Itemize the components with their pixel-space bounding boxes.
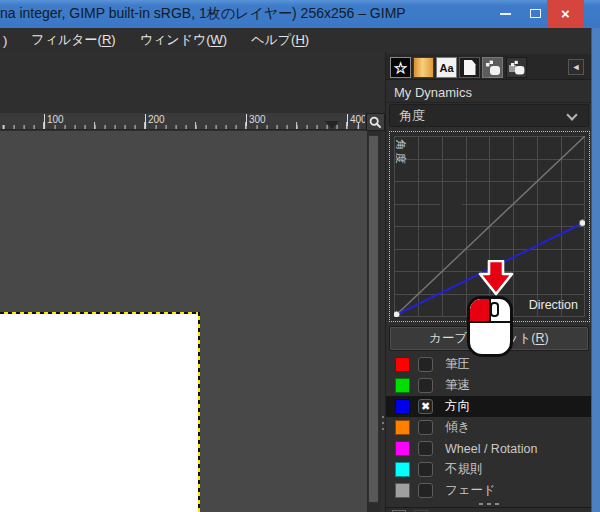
list-item-fade[interactable]: フェード [386,480,592,501]
tab-menu-button[interactable]: ◄ [568,59,584,75]
ruler-pointer-marker [325,121,339,129]
pane-resize-grip[interactable] [382,416,384,434]
ruler-label-100: 100 [44,114,64,126]
color-swatch [395,462,410,477]
list-item-velocity[interactable]: 筆速 [386,375,592,396]
collapse-arrow-icon: ◄ [572,62,581,72]
dropdown-value: 角度 [399,107,425,125]
list-item-label: 傾き [445,419,470,436]
menu-item-truncated[interactable]: ) [3,33,7,48]
magnifier-icon [369,116,382,129]
menu-item-windows[interactable]: ウィンドウ(W) [140,31,227,49]
tab-dynamics-selected[interactable] [482,57,503,78]
checkbox-checked[interactable]: ✖ [418,399,433,414]
checkbox[interactable] [418,357,433,372]
minimize-button[interactable] [492,0,518,27]
layer-boundary-right [198,312,200,512]
ruler-label-400: 400 [347,114,365,126]
curve-axis-label: 角度 [393,140,408,156]
dynamics-editor-icon [509,60,525,76]
dynamics-property-dropdown[interactable]: 角度 [389,104,589,127]
color-swatch [395,483,410,498]
checkbox[interactable] [418,441,433,456]
minimize-icon [500,13,511,15]
curve-point-start [394,311,400,317]
curve-point-end [579,220,585,227]
title-bar[interactable]: na integer, GIMP built-in sRGB, 1枚のレイヤー)… [0,0,600,28]
curve-direction-label: Direction [529,298,578,312]
list-resize-grip[interactable] [386,501,592,506]
color-swatch [395,357,410,372]
zoom-when-resized-button[interactable] [366,113,385,131]
document-icon [464,60,476,75]
close-button[interactable]: × [547,0,584,27]
tab-dynamics-editor[interactable] [506,57,527,78]
vertical-scrollbar[interactable] [367,131,381,512]
tab-document[interactable] [459,57,480,78]
list-item-label: フェード [445,482,496,499]
maximize-icon [530,9,541,18]
menu-item-filters[interactable]: フィルター(R) [31,31,115,49]
list-item-label: 筆速 [445,377,470,394]
window-border-right [591,28,600,512]
menu-item-help[interactable]: ヘルプ(H) [251,31,309,49]
color-swatch [395,420,410,435]
maximize-button[interactable] [522,0,548,27]
dynamics-icon [485,60,501,76]
color-swatch [395,441,410,456]
tab-fonts[interactable]: Aa [436,57,457,78]
checkbox[interactable] [418,462,433,477]
close-icon: × [561,5,570,22]
list-item-tilt[interactable]: 傾き [386,417,592,438]
gimp-window: na integer, GIMP built-in sRGB, 1枚のレイヤー)… [0,0,600,512]
list-item-label: 不規則 [445,461,483,478]
menu-bar: ) フィルター(R) ウィンドウ(W) ヘルプ(H) [0,28,600,52]
checkbox[interactable] [418,420,433,435]
list-item-label: Wheel / Rotation [445,442,537,456]
dock-tab-bar: ★ Aa ◄ [386,54,592,80]
ruler-label-300: 300 [246,114,266,126]
curve-grid [394,136,585,317]
list-item-label: 筆圧 [445,356,470,373]
color-swatch [395,378,410,393]
color-swatch [395,399,410,414]
image-canvas[interactable] [0,314,198,512]
list-item-direction-selected[interactable]: ✖ 方向 [386,396,592,417]
window-title: na integer, GIMP built-in sRGB, 1枚のレイヤー)… [0,5,460,25]
list-item-label: 方向 [445,398,470,415]
layer-boundary-top [0,312,200,314]
tab-brushes[interactable]: ★ [390,57,411,78]
panel-bottom-partial-row [386,507,592,512]
star-icon: ★ [394,60,407,76]
fonts-icon: Aa [439,62,453,74]
list-item-wheel-rotation[interactable]: Wheel / Rotation [386,438,592,459]
dynamics-mapping-list: 筆圧 筆速 ✖ 方向 傾き Wheel / Rotation [386,354,592,501]
dynamics-dock-panel: ★ Aa ◄ My Dynamics [385,52,591,512]
dock-title: My Dynamics [386,81,592,103]
list-item-pressure[interactable]: 筆圧 [386,354,592,375]
reset-curve-button[interactable]: カーブのリセット(R) [389,326,589,351]
horizontal-ruler: 100 200 300 400 [0,113,365,130]
vertical-scrollbar-thumb[interactable] [368,135,379,503]
tab-gradients[interactable] [413,57,434,78]
checkbox[interactable] [418,378,433,393]
checkbox[interactable] [418,483,433,498]
canvas-area: 100 200 300 400 [0,52,385,512]
ruler-label-200: 200 [145,114,165,126]
dynamics-curve-editor[interactable]: 角度 Direction [389,131,590,322]
list-item-random[interactable]: 不規則 [386,459,592,480]
chevron-down-icon [566,109,577,120]
